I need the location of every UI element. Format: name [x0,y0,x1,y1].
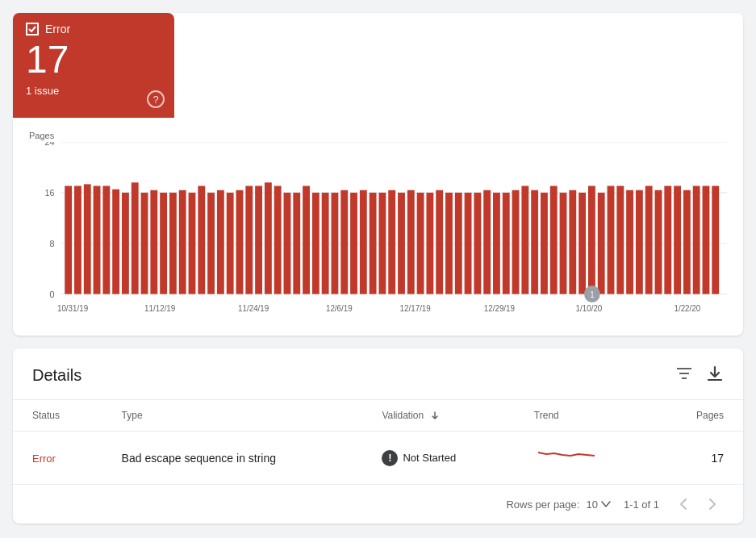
svg-text:0: 0 [49,289,54,298]
svg-rect-9 [74,186,81,294]
svg-rect-67 [626,190,633,294]
svg-rect-62 [578,193,586,294]
svg-rect-16 [141,193,148,294]
chart-y-label: Pages [29,131,727,140]
svg-rect-59 [550,186,558,294]
svg-rect-39 [360,190,367,294]
chart-svg: 24 16 8 0 [29,142,727,319]
svg-rect-20 [179,190,186,294]
check-icon [26,23,39,35]
svg-rect-10 [84,184,91,294]
issue-count: 1 issue [26,85,161,97]
svg-rect-52 [483,190,491,294]
svg-rect-31 [284,193,291,294]
col-validation: Validation [362,400,514,432]
chart-area: Pages 24 16 8 0 [13,118,743,336]
svg-rect-42 [388,190,395,294]
filter-icon[interactable] [675,365,693,386]
svg-rect-29 [265,182,272,294]
svg-rect-27 [245,186,253,294]
error-card: Error 17 1 issue ? Pages 24 16 8 0 [13,13,743,336]
page-navigation [672,493,724,515]
svg-rect-71 [664,186,671,294]
pagination-row: Rows per page: 10 1-1 of 1 [13,485,743,523]
svg-rect-14 [122,193,129,294]
svg-rect-64 [598,193,605,294]
prev-page-button[interactable] [672,493,695,515]
svg-rect-73 [683,190,691,294]
svg-rect-50 [465,193,472,294]
row-type: Bad escape sequence in string [102,432,363,485]
svg-rect-15 [132,182,139,294]
svg-rect-63 [588,186,595,294]
table-header-row: Status Type Validation Trend Pages [13,400,743,432]
svg-rect-17 [150,190,157,294]
svg-rect-54 [503,193,510,294]
rows-select[interactable]: 10 [586,498,610,511]
svg-rect-25 [227,193,234,294]
svg-rect-11 [94,186,101,294]
svg-rect-40 [370,193,377,294]
not-started-label: Not Started [403,452,456,464]
details-actions [675,365,724,386]
rows-per-page-value: 10 [586,498,597,511]
svg-rect-74 [693,186,700,294]
svg-rect-30 [274,186,282,294]
svg-rect-8 [65,186,72,294]
svg-rect-51 [474,193,481,294]
svg-rect-60 [560,193,567,294]
details-title: Details [32,366,81,385]
download-icon[interactable] [706,365,724,386]
svg-rect-76 [712,186,719,294]
svg-rect-44 [407,190,415,294]
trend-chart [534,444,599,469]
svg-rect-36 [332,193,339,294]
rows-per-page: Rows per page: 10 [506,498,611,511]
svg-rect-68 [636,190,643,294]
svg-rect-41 [378,193,386,294]
svg-rect-72 [674,186,681,294]
error-title-row: Error [26,23,161,35]
svg-rect-56 [521,186,528,294]
svg-rect-28 [255,186,262,294]
svg-rect-70 [655,190,662,294]
svg-text:16: 16 [44,188,54,198]
svg-text:8: 8 [49,239,54,248]
svg-rect-65 [608,186,615,294]
svg-rect-55 [512,190,520,294]
svg-rect-23 [207,193,215,294]
svg-rect-61 [569,190,576,294]
annotation-label: 1 [590,290,595,298]
svg-rect-12 [102,186,110,294]
svg-rect-35 [322,193,329,294]
row-trend [515,432,654,485]
col-pages: Pages [654,400,743,432]
next-page-button[interactable] [701,493,724,515]
rows-per-page-label: Rows per page: [506,498,579,511]
error-header: Error 17 1 issue ? [13,13,174,118]
svg-rect-48 [445,193,453,294]
svg-rect-37 [340,190,348,294]
svg-rect-46 [426,193,433,294]
col-type: Type [102,400,363,432]
details-card: Details Status Typ [13,348,743,523]
details-table: Status Type Validation Trend Pages Error [13,400,743,485]
help-icon[interactable]: ? [147,90,165,108]
svg-text:1/22/20: 1/22/20 [674,303,700,312]
chart-container: 24 16 8 0 [29,142,727,319]
svg-rect-53 [493,193,500,294]
svg-text:10/31/19: 10/31/19 [57,303,89,312]
row-status: Error [13,432,102,485]
svg-rect-13 [112,190,119,294]
svg-text:11/12/19: 11/12/19 [144,303,176,312]
svg-text:12/6/19: 12/6/19 [326,303,353,312]
svg-text:1/10/20: 1/10/20 [576,303,603,312]
svg-rect-69 [645,186,653,294]
details-header: Details [13,348,743,400]
svg-rect-32 [293,193,300,294]
row-validation: ! Not Started [362,432,514,485]
svg-rect-66 [616,186,624,294]
svg-rect-33 [303,186,310,294]
error-label: Error [45,23,70,35]
row-pages: 17 [654,432,743,485]
